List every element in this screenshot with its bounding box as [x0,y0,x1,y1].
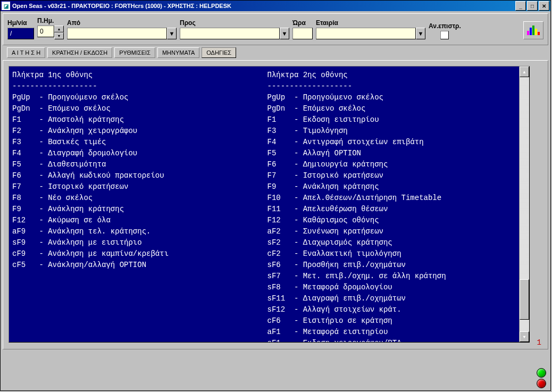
pdays-label: Π.Ημ. [37,17,64,24]
content-frame: Πλήκτρα 1ης οθόνης ------------------- P… [3,60,548,349]
tabs: Α Ι Τ Η Σ Η ΚΡΑΤΗΣΗ / ΕΚΔΟΣΗ ΡΥΘΜΙΣΕΙΣ Μ… [7,47,548,58]
to-label: Προς [180,19,289,27]
titlebar: ◪ Open Seas - v03r21 - ΠΡΑΚΤΟΡΕΙΟ : FORT… [1,1,550,11]
to-dropdown[interactable]: ▼ [280,28,289,39]
scroll-down[interactable]: ▼ [520,331,529,342]
company-dropdown[interactable]: ▼ [416,28,425,39]
pdays-up[interactable]: ▲ [54,26,64,32]
window-title: Open Seas - v03r21 - ΠΡΑΚΤΟΡΕΙΟ : FORTHc… [12,3,515,9]
status-lights [537,368,546,388]
return-checkbox[interactable] [440,31,449,39]
chart-button[interactable] [523,21,543,39]
date-label: Ημ/νία [7,19,34,27]
search-toolbar: Ημ/νία Π.Ημ. ▲ ▼ Από ▼ Προς ▼ [3,13,548,45]
tab-messages[interactable]: ΜΗΝΥΜΑΤΑ [157,47,199,58]
return-label: Αν.επιστρ. [429,22,461,30]
terminal-col1: Πλήκτρα 1ης οθόνης ------------------- P… [9,66,264,342]
scroll-track[interactable] [520,77,529,331]
scroll-up[interactable]: ▲ [520,66,529,77]
company-combo[interactable] [316,28,416,39]
pdays-down[interactable]: ▼ [54,32,64,39]
scroll-thumb[interactable] [520,279,529,320]
from-dropdown[interactable]: ▼ [167,28,177,39]
terminal: Πλήκτρα 1ης οθόνης ------------------- P… [9,66,530,343]
to-combo[interactable] [180,28,280,39]
from-combo[interactable] [67,28,167,39]
close-button[interactable]: ✕ [539,1,549,11]
terminal-col2: Πλήκτρα 2ης οθόνης ------------------- P… [264,66,520,342]
tab-booking[interactable]: ΚΡΑΤΗΣΗ / ΕΚΔΟΣΗ [47,47,112,58]
tab-request[interactable]: Α Ι Τ Η Σ Η [7,47,45,58]
tab-instructions[interactable]: ΟΔΗΓΙΕΣ [202,47,236,58]
date-input[interactable] [7,28,34,39]
status-green-icon [537,368,546,378]
bar-chart-icon [527,26,540,35]
app-icon: ◪ [2,2,10,10]
status-red-icon [537,379,546,388]
pdays-input[interactable] [37,26,54,37]
time-label: Ώρα [292,19,313,27]
page-indicator: 1 [537,338,541,347]
app-window: ◪ Open Seas - v03r21 - ΠΡΑΚΤΟΡΕΙΟ : FORT… [0,0,551,391]
terminal-scrollbar[interactable]: ▲ ▼ [519,66,529,342]
tab-settings[interactable]: ΡΥΘΜΙΣΕΙΣ [114,47,155,58]
time-input[interactable] [292,28,313,39]
company-label: Εταιρία [316,19,425,27]
maximize-button[interactable]: □ [527,1,538,11]
minimize-button[interactable]: _ [515,1,526,11]
from-label: Από [67,19,177,27]
